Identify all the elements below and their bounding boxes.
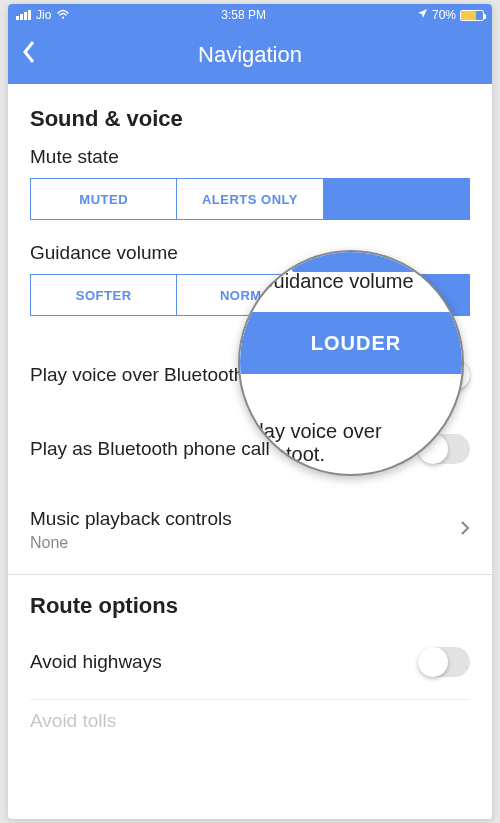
avoid-highways-row[interactable]: Avoid highways — [30, 625, 470, 699]
status-bar: Jio 3:58 PM 70% — [8, 4, 492, 26]
carrier-label: Jio — [36, 8, 51, 22]
mute-state-label: Mute state — [30, 146, 470, 168]
avoid-tolls-label: Avoid tolls — [30, 710, 116, 732]
guidance-volume-softer[interactable]: SOFTER — [30, 274, 177, 316]
music-playback-label: Music playback controls — [30, 508, 232, 530]
mute-state-alerts-only[interactable]: ALERTS ONLY — [177, 178, 323, 220]
music-playback-value: None — [30, 534, 232, 552]
back-button[interactable] — [22, 40, 36, 71]
avoid-highways-toggle[interactable] — [418, 647, 470, 677]
section-route-options: Route options — [30, 593, 470, 619]
mute-state-unmuted[interactable] — [324, 178, 470, 220]
phone-screen: Jio 3:58 PM 70% Navigation Sound & voice… — [8, 4, 492, 819]
mute-state-muted[interactable]: MUTED — [30, 178, 177, 220]
location-icon — [417, 8, 428, 22]
wifi-icon — [56, 8, 70, 22]
page-title: Navigation — [8, 42, 492, 68]
status-time: 3:58 PM — [221, 8, 266, 22]
status-left: Jio — [16, 8, 70, 22]
avoid-highways-label: Avoid highways — [30, 651, 162, 673]
battery-icon — [460, 10, 484, 21]
mute-state-segmented: MUTED ALERTS ONLY — [30, 178, 470, 220]
mag-louder-button[interactable]: LOUDER — [240, 312, 464, 374]
section-sound-voice: Sound & voice — [30, 106, 470, 132]
svg-point-0 — [62, 17, 64, 19]
status-right: 70% — [417, 8, 484, 22]
play-bt-phone-label: Play as Bluetooth phone call — [30, 438, 270, 460]
music-playback-row[interactable]: Music playback controls None — [30, 486, 470, 574]
guidance-volume-label: Guidance volume — [30, 242, 470, 264]
magnifier-overlay: Guidance volume NORM LOUDER Play voice o… — [238, 250, 464, 476]
mag-guidance-label: Guidance volume — [258, 270, 414, 293]
nav-header: Navigation — [8, 26, 492, 84]
battery-percent: 70% — [432, 8, 456, 22]
play-voice-bluetooth-label: Play voice over Bluetooth — [30, 364, 244, 386]
chevron-right-icon — [460, 520, 470, 540]
cellular-signal-icon — [16, 10, 31, 20]
avoid-tolls-row[interactable]: Avoid tolls — [30, 699, 470, 732]
